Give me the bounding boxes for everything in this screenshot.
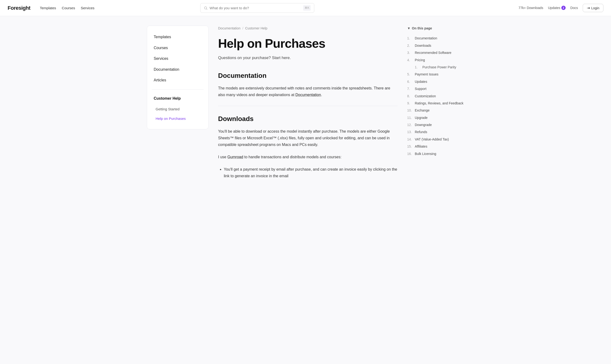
- updates-button[interactable]: Updates 2: [548, 5, 566, 11]
- toc-item-4-1[interactable]: 1.Purchase Power Parity: [407, 64, 464, 71]
- toc-title: ▼ On this page: [407, 26, 464, 31]
- login-button[interactable]: ⇥ Login: [583, 4, 603, 12]
- toc-item-14[interactable]: 14.VAT (Value-Added Tax): [407, 136, 464, 143]
- toc-item-5[interactable]: 5.Payment Issues: [407, 71, 464, 78]
- sidebar-item-services[interactable]: Services: [152, 53, 204, 64]
- nav-services[interactable]: Services: [81, 5, 95, 11]
- sidebar-section-customer-help: Customer Help: [152, 93, 204, 104]
- breadcrumb: Documentation / Customer Help: [218, 26, 398, 31]
- section-heading-documentation: Documentation: [218, 70, 398, 81]
- section-divider-1: [218, 106, 398, 106]
- toc-item-9[interactable]: 9.Ratings, Reviews, and Feedback: [407, 100, 464, 107]
- toc-item-15[interactable]: 15.Affiliates: [407, 143, 464, 150]
- navbar-right: 77k+ Downloads Updates 2 Docs ⇥ Login: [519, 4, 603, 12]
- nav-templates[interactable]: Templates: [40, 5, 56, 11]
- toc-item-2[interactable]: 2.Downloads: [407, 42, 464, 49]
- toc-item-16[interactable]: 16.Bulk Licensing: [407, 150, 464, 157]
- toc-triangle-icon: ▼: [407, 26, 410, 31]
- section-body-downloads-2: I use Gumroad to handle transactions and…: [218, 154, 398, 160]
- section-body-documentation: The models are extensively documented wi…: [218, 85, 398, 98]
- sidebar-item-articles[interactable]: Articles: [152, 75, 204, 86]
- sidebar-sub-getting-started[interactable]: Getting Started: [152, 104, 204, 114]
- sidebar-card: Templates Courses Services Documentation…: [147, 26, 209, 129]
- toc-item-4[interactable]: 4.Pricing: [407, 56, 464, 64]
- bullet-item-receipt: You'll get a payment receipt by email af…: [224, 166, 398, 179]
- nav-courses[interactable]: Courses: [62, 5, 75, 11]
- toc-item-12[interactable]: 12.Downgrade: [407, 121, 464, 128]
- toc-item-8[interactable]: 8.Customization: [407, 92, 464, 100]
- docs-link[interactable]: Docs: [570, 5, 578, 11]
- toc-item-10[interactable]: 10.Exchange: [407, 107, 464, 114]
- svg-point-0: [204, 7, 207, 9]
- toc-item-11[interactable]: 11.Upgrade: [407, 114, 464, 121]
- updates-badge: 2: [561, 6, 566, 10]
- sidebar-item-courses[interactable]: Courses: [152, 42, 204, 53]
- toc-item-6[interactable]: 6.Updates: [407, 78, 464, 85]
- downloads-bullet-list: You'll get a payment receipt by email af…: [218, 166, 398, 179]
- sidebar: Templates Courses Services Documentation…: [147, 26, 209, 180]
- search-input[interactable]: [210, 6, 301, 10]
- sidebar-divider: [152, 90, 204, 90]
- page-container: Templates Courses Services Documentation…: [139, 16, 472, 190]
- main-content: Documentation / Customer Help Help on Pu…: [218, 26, 398, 180]
- svg-line-1: [206, 9, 207, 10]
- toc-item-7[interactable]: 7.Support: [407, 85, 464, 92]
- toc-item-13[interactable]: 13.Refunds: [407, 128, 464, 135]
- nav-links: Templates Courses Services: [40, 5, 95, 11]
- breadcrumb-documentation[interactable]: Documentation: [218, 26, 240, 31]
- breadcrumb-customer-help: Customer Help: [245, 26, 267, 31]
- sidebar-item-documentation[interactable]: Documentation: [152, 64, 204, 75]
- section-body-downloads-1: You'll be able to download or access the…: [218, 128, 398, 148]
- search-shortcut: ⌘K: [303, 5, 311, 11]
- toc-item-3[interactable]: 3.Recommended Software: [407, 49, 464, 56]
- brand-logo[interactable]: Foresight: [8, 4, 30, 12]
- toc-item-1[interactable]: 1.Documentation: [407, 35, 464, 42]
- page-subtitle: Questions on your purchase? Start here.: [218, 55, 398, 61]
- search-icon: [204, 6, 208, 10]
- updates-label: Updates: [548, 5, 560, 11]
- login-label: Login: [591, 6, 599, 10]
- downloads-stat: 77k+ Downloads: [519, 5, 543, 11]
- toc-list: 1.Documentation 2.Downloads 3.Recommende…: [407, 35, 464, 157]
- navbar: Foresight Templates Courses Services ⌘K …: [0, 0, 611, 16]
- login-icon: ⇥: [587, 6, 590, 10]
- gumroad-link[interactable]: Gumroad: [227, 155, 243, 159]
- toc: ▼ On this page 1.Documentation 2.Downloa…: [407, 26, 464, 180]
- documentation-link[interactable]: Documentation: [296, 93, 321, 97]
- breadcrumb-separator: /: [242, 26, 243, 31]
- section-heading-downloads: Downloads: [218, 114, 398, 124]
- sidebar-item-templates[interactable]: Templates: [152, 32, 204, 42]
- sidebar-sub-help-on-purchases[interactable]: Help on Purchases: [152, 114, 204, 123]
- page-title: Help on Purchases: [218, 37, 398, 51]
- search-bar: ⌘K: [200, 3, 314, 13]
